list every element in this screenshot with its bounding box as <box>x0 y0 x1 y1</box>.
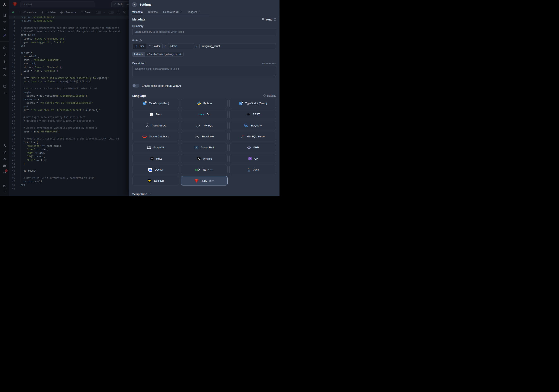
language-label: MySQL <box>204 124 213 127</box>
toolbar-reset-button[interactable]: Reset <box>81 11 91 14</box>
owner-input[interactable] <box>168 43 194 49</box>
resize-handle-icon[interactable] <box>274 75 276 77</box>
language-postgresql-button[interactable]: PostgreSQL <box>132 121 179 130</box>
language-bigquery-button[interactable]: BigQuery <box>229 121 276 130</box>
language-duckdb-button[interactable]: DuckDB <box>132 176 179 185</box>
sidebar-item-prism-icon[interactable] <box>2 73 7 77</box>
sidebar-item-plus-icon[interactable] <box>2 91 7 95</box>
csharp-icon: C# <box>248 156 252 161</box>
language-label: Oracle Database <box>149 135 169 138</box>
summary-input[interactable] <box>132 28 276 35</box>
sidebar-item-help-icon[interactable] <box>2 184 7 188</box>
language-powershell-button[interactable]: PowerShell <box>181 143 228 152</box>
language-bash-button[interactable]: $Bash <box>132 110 179 119</box>
ai-fill-toggle[interactable] <box>132 84 139 88</box>
sidebar-item-gear-icon[interactable] <box>2 150 7 154</box>
language-label: Ansible <box>203 157 212 160</box>
script-name-input[interactable] <box>199 43 276 49</box>
code-line-text: # database = get_resource("u/user/my_pos… <box>21 119 94 123</box>
toolbar-variable-button[interactable]: +Variable <box>41 11 56 14</box>
line-number: 31 <box>9 123 15 126</box>
line-number: 33 <box>9 130 15 134</box>
line-number: 41 <box>9 159 15 162</box>
tab-generated-ui[interactable]: Generated UIi <box>163 9 182 15</box>
code-line-text: end <box>21 105 28 109</box>
folder-segment[interactable]: Folder <box>146 44 162 49</box>
svg-text:$: $ <box>151 114 152 116</box>
language-rest-button[interactable]: HTTPREST <box>229 110 276 119</box>
windmill-script-editor: Path u/a +Context var+Variable+ResourceR… <box>0 0 280 196</box>
code-line-text: name = "Nicolas Bourbaki", <box>21 58 61 62</box>
beta-badge: BETA <box>208 168 214 171</box>
language-label: Nu <box>203 168 207 171</box>
language-nu-button[interactable]: nuNuBETA <box>181 165 228 174</box>
code-line-text: # Get typed resources using the mini cli… <box>21 116 86 119</box>
sidebar-item-magic-wand-icon[interactable] <box>2 33 7 37</box>
language-mysql-button[interactable]: MySQLMySQL <box>181 121 228 130</box>
mysql-icon: MySQL <box>196 123 202 128</box>
language-docker-button[interactable]: Docker <box>132 165 179 174</box>
sidebar-item-play-icon[interactable] <box>2 53 7 57</box>
svg-text:TS: TS <box>143 103 145 105</box>
code-line-text: # Dependency management: declare gems in… <box>21 26 119 30</box>
language-typescript-bun--button[interactable]: TSTypeScript (Bun) <box>132 99 179 108</box>
sidebar-item-calendar-icon[interactable] <box>2 84 7 88</box>
line-number: 2 <box>9 19 15 23</box>
language-snowflake-button[interactable]: Snowflake <box>181 132 228 141</box>
sidebar-item-dollar-icon[interactable] <box>2 59 7 64</box>
sidebar-item-search-icon[interactable] <box>2 27 7 31</box>
language-go-button[interactable]: GOGo <box>181 110 228 119</box>
tab-info-icon: i <box>180 11 182 13</box>
language-java-button[interactable]: JavaJava <box>229 165 276 174</box>
bash-icon: $ <box>149 112 154 117</box>
tab-runtime[interactable]: Runtime <box>148 9 158 15</box>
language-ms-sql-server-button[interactable]: MS SQL Server <box>229 132 276 141</box>
postgres-icon <box>145 123 150 128</box>
language-php-button[interactable]: phpPHP <box>229 143 276 152</box>
sidebar-item-folder-open-icon[interactable] <box>2 164 7 168</box>
script-title-input[interactable] <box>20 1 95 8</box>
language-label: BigQuery <box>251 124 262 127</box>
language-ansible-button[interactable]: Ansible <box>181 154 228 163</box>
sidebar-item-cubes-icon[interactable] <box>2 66 7 70</box>
language-label: Java <box>253 168 259 171</box>
language-c--button[interactable]: C#C# <box>229 154 276 163</box>
ts-deno-icon: TS <box>239 101 243 106</box>
refresh-icon <box>81 11 84 14</box>
defaults-button[interactable]: defaults <box>263 94 276 98</box>
language-ruby-button[interactable]: RubyBETA <box>181 176 228 185</box>
language-label: Go <box>207 113 210 116</box>
toolbar-contextvar-button[interactable]: +Context var <box>19 11 37 14</box>
toolbar-resource-button[interactable]: +Resource <box>60 11 76 14</box>
description-textarea[interactable] <box>132 66 276 77</box>
editor-settings-gear-icon[interactable] <box>123 11 126 14</box>
diff-toggle[interactable] <box>96 11 101 14</box>
line-number: 28 <box>9 112 15 116</box>
sidebar-item-user-icon[interactable] <box>2 143 7 147</box>
language-rust-button[interactable]: RRust <box>132 154 179 163</box>
sidebar-item-building-icon[interactable] <box>2 13 7 17</box>
mute-button[interactable]: Mute i <box>261 18 276 21</box>
user-segment[interactable]: User <box>132 44 146 49</box>
svg-text:R: R <box>151 158 153 160</box>
tab-metadata[interactable]: Metadata <box>132 9 143 15</box>
code-line-text: puts "and its acolytes.. #{age} #{obj} #… <box>21 80 92 83</box>
code-line-text: secret = get_variable("f/examples/secret… <box>21 94 87 98</box>
sidebar-item-arrow-right-icon[interactable] <box>2 190 7 194</box>
code-line-text: age = 42, <box>21 62 37 65</box>
close-icon[interactable]: ✕ <box>132 2 137 7</box>
tab-triggers[interactable]: Triggersi <box>187 9 200 15</box>
multiplayer-toggle[interactable] <box>109 11 114 14</box>
language-python-button[interactable]: Python <box>181 99 228 108</box>
svg-text:php: php <box>248 147 250 148</box>
svg-text:TS: TS <box>240 103 242 105</box>
language-typescript-deno--button[interactable]: TSTypeScript (Deno) <box>229 99 276 108</box>
sidebar-item-robot-icon[interactable] <box>2 157 7 161</box>
full-path-badge: Full path u/admin/intriguing_script <box>132 52 184 57</box>
language-oracle-database-button[interactable]: Oracle Database <box>132 132 179 141</box>
sidebar-item-home-icon[interactable] <box>2 46 7 50</box>
sidebar-item-star-icon[interactable] <box>2 20 7 24</box>
language-graphql-button[interactable]: GraphQL <box>132 143 179 152</box>
script-kind-info-icon: i <box>149 193 151 195</box>
svg-text:nu: nu <box>195 168 198 171</box>
